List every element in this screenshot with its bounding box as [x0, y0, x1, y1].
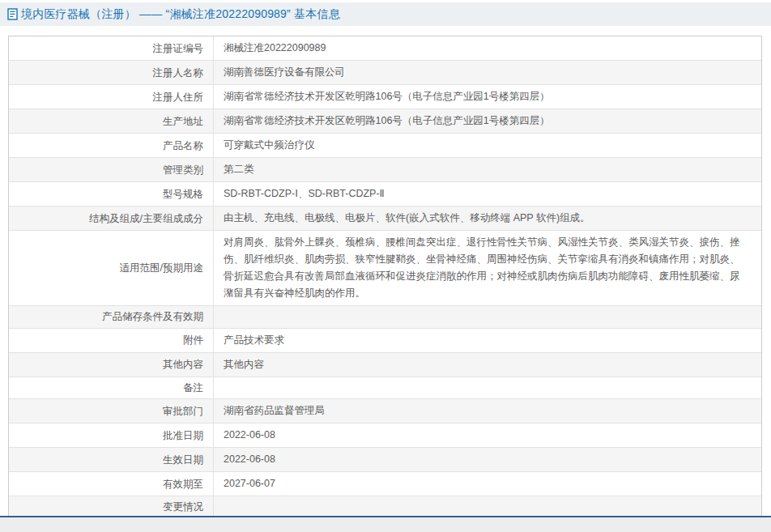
row-label: 产品名称: [9, 134, 214, 157]
row-value-text: 湖南省常德经济技术开发区乾明路106号（电子信息产业园1号楼第四层）: [224, 88, 550, 105]
row-label-text: 有效期至: [163, 477, 203, 492]
row-label-text: 注册人住所: [153, 90, 204, 104]
row-label-text: 产品储存条件及有效期: [102, 309, 203, 324]
row-value-text: 可穿戴式中频治疗仪: [224, 137, 315, 154]
row-label-text: 生效日期: [163, 453, 203, 467]
row-value: 2022-06-08: [214, 448, 761, 471]
row-value: SD-RBT-CDZP-Ⅰ、SD-RBT-CDZP-Ⅱ: [214, 182, 761, 206]
row-value-text: 2027-06-07: [224, 475, 275, 492]
table-row: 审批部门湖南省药品监督管理局: [9, 398, 761, 423]
row-label-text: 变更情况: [163, 500, 203, 514]
row-label: 有效期至: [9, 472, 214, 496]
row-label: 管理类别: [9, 158, 214, 181]
row-value: [214, 306, 761, 328]
row-label: 结构及组成/主要组成成分: [9, 206, 214, 230]
row-label-text: 批准日期: [163, 428, 203, 443]
table-row: 注册人名称湖南善德医疗设备有限公司: [9, 60, 761, 84]
row-label: 生产地址: [9, 109, 214, 133]
row-value: 湘械注准20222090989: [214, 36, 761, 60]
table-row: 有效期至2027-06-07: [9, 471, 761, 496]
row-label: 产品储存条件及有效期: [9, 306, 214, 328]
row-value-text: 产品技术要求: [224, 332, 284, 349]
table-row: 附件产品技术要求: [9, 328, 761, 352]
page-header: 境内医疗器械（注册） —— “湘械注准20222090989” 基本信息: [0, 2, 771, 26]
row-value-text: 由主机、充电线、电极线、电极片、软件(嵌入式软件、移动终端 APP 软件)组成。: [224, 210, 590, 227]
row-label-text: 其他内容: [163, 357, 203, 372]
document-icon: [7, 8, 18, 20]
row-value: [214, 496, 761, 518]
row-value-text: 湖南善德医疗设备有限公司: [224, 64, 345, 81]
info-table: 注册证编号湘械注准20222090989注册人名称湖南善德医疗设备有限公司注册人…: [8, 36, 762, 532]
table-row: 管理类别第二类: [9, 157, 761, 181]
row-value: 对肩周炎、肱骨外上髁炎、颈椎病、腰椎间盘突出症、退行性骨性关节病、风湿性关节炎、…: [214, 231, 761, 305]
table-row: 产品储存条件及有效期: [9, 305, 761, 328]
table-row: 备注: [9, 377, 761, 399]
row-label: 适用范围/预期用途: [9, 231, 214, 305]
row-label: 注册人名称: [9, 61, 214, 84]
row-label-text: 结构及组成/主要组成成分: [89, 211, 203, 226]
page-title: 境内医疗器械（注册） —— “湘械注准20222090989” 基本信息: [21, 7, 340, 22]
row-label: 生效日期: [9, 448, 214, 471]
row-value-text: 湖南省药品监督管理局: [224, 402, 325, 419]
row-label: 注册人住所: [9, 85, 214, 109]
table-row: 型号规格SD-RBT-CDZP-Ⅰ、SD-RBT-CDZP-Ⅱ: [9, 181, 761, 206]
row-label-text: 注册证编号: [153, 41, 204, 56]
row-value: 第二类: [214, 158, 761, 181]
row-value: 湖南善德医疗设备有限公司: [214, 61, 761, 84]
row-label-text: 附件: [183, 333, 203, 347]
row-value-text: 2022-06-08: [224, 427, 275, 444]
row-value-text: 第二类: [224, 161, 254, 178]
row-value: 2022-06-08: [214, 423, 761, 447]
table-row: 结构及组成/主要组成成分由主机、充电线、电极线、电极片、软件(嵌入式软件、移动终…: [9, 206, 761, 230]
row-label: 备注: [9, 377, 214, 399]
row-label-text: 注册人名称: [153, 66, 204, 80]
row-value-text: 对肩周炎、肱骨外上髁炎、颈椎病、腰椎间盘突出症、退行性骨性关节病、风湿性关节炎、…: [224, 234, 748, 302]
row-label: 附件: [9, 329, 214, 352]
row-value: 2027-06-07: [214, 472, 761, 496]
row-value: [214, 377, 761, 399]
table-row: 适用范围/预期用途对肩周炎、肱骨外上髁炎、颈椎病、腰椎间盘突出症、退行性骨性关节…: [9, 230, 761, 305]
row-value: 湖南省常德经济技术开发区乾明路106号（电子信息产业园1号楼第四层）: [214, 109, 761, 133]
row-label-text: 管理类别: [163, 163, 203, 177]
row-value-text: SD-RBT-CDZP-Ⅰ、SD-RBT-CDZP-Ⅱ: [224, 185, 385, 202]
row-value-text: 湘械注准20222090989: [224, 40, 326, 57]
table-row: 产品名称可穿戴式中频治疗仪: [9, 133, 761, 157]
row-value-text: 湖南省常德经济技术开发区乾明路106号（电子信息产业园1号楼第四层）: [224, 113, 550, 130]
footer-bar: [0, 516, 771, 532]
row-label: 型号规格: [9, 182, 214, 206]
row-label-text: 产品名称: [163, 138, 203, 153]
row-value: 由主机、充电线、电极线、电极片、软件(嵌入式软件、移动终端 APP 软件)组成。: [214, 206, 761, 230]
row-label-text: 审批部门: [163, 404, 203, 419]
row-label: 审批部门: [9, 399, 214, 423]
row-label-text: 型号规格: [163, 187, 203, 202]
row-value: 其他内容: [214, 353, 761, 377]
row-label-text: 生产地址: [163, 114, 203, 129]
row-label-text: 备注: [183, 381, 203, 395]
table-row: 批准日期2022-06-08: [9, 423, 761, 447]
row-value-text: 2022-06-08: [224, 451, 275, 468]
row-value: 湖南省药品监督管理局: [214, 399, 761, 423]
row-value-text: 其他内容: [224, 356, 264, 373]
row-value: 可穿戴式中频治疗仪: [214, 134, 761, 157]
table-row: 注册人住所湖南省常德经济技术开发区乾明路106号（电子信息产业园1号楼第四层）: [9, 84, 761, 109]
row-label-text: 适用范围/预期用途: [120, 261, 203, 275]
row-value: 产品技术要求: [214, 329, 761, 352]
table-row: 其他内容其他内容: [9, 352, 761, 377]
row-label: 其他内容: [9, 353, 214, 377]
table-row: 生产地址湖南省常德经济技术开发区乾明路106号（电子信息产业园1号楼第四层）: [9, 109, 761, 133]
row-label: 注册证编号: [9, 36, 214, 60]
table-row: 生效日期2022-06-08: [9, 447, 761, 471]
table-row: 变更情况: [9, 496, 761, 518]
table-row: 注册证编号湘械注准20222090989: [9, 36, 761, 60]
row-label: 变更情况: [9, 496, 214, 518]
row-value: 湖南省常德经济技术开发区乾明路106号（电子信息产业园1号楼第四层）: [214, 85, 761, 109]
row-label: 批准日期: [9, 423, 214, 447]
